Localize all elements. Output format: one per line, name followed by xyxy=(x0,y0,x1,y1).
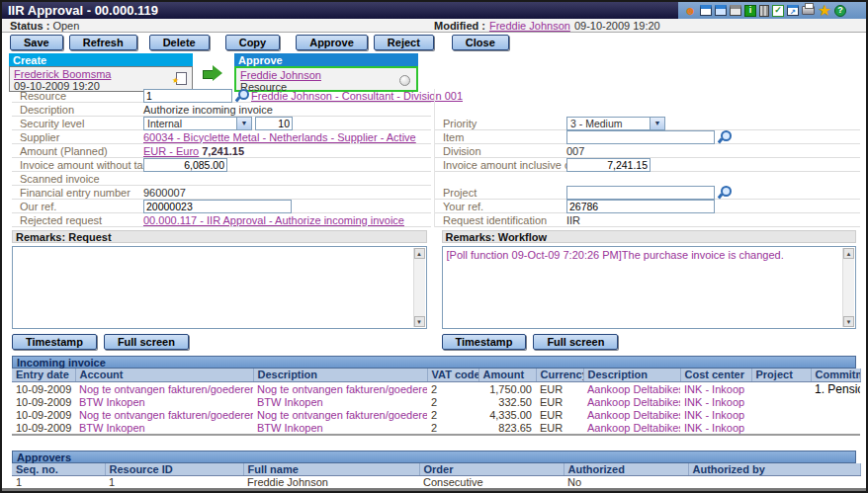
priority-selected: 3 - Medium xyxy=(567,118,650,129)
status-bar: Status : Open Modified : Freddie Johnson… xyxy=(2,19,866,33)
fullscreen-button[interactable]: Full screen xyxy=(104,334,189,350)
workflow-icon[interactable]: ✓ xyxy=(772,5,784,17)
table-link-cell[interactable]: BTW Inkopen xyxy=(75,396,253,409)
project-input[interactable] xyxy=(566,186,715,200)
status-label: Status : xyxy=(10,20,49,32)
column-header: Amount xyxy=(478,369,536,381)
approve-resource-link[interactable]: Freddie Johnson xyxy=(240,69,321,81)
documents-icon[interactable] xyxy=(700,5,712,16)
table-link-cell[interactable]: INK - Inkoop xyxy=(680,381,751,396)
table-link-cell[interactable]: INK - Inkoop xyxy=(680,396,751,409)
help-icon[interactable]: ? xyxy=(834,5,846,17)
our-ref-label: Our ref. xyxy=(12,201,143,212)
remarks-workflow-textarea[interactable]: [Poll function 09-Oct-09 7:20:26 PM]The … xyxy=(442,246,857,329)
popup-icon[interactable]: ↗ xyxy=(787,5,799,16)
resource-link[interactable]: Freddie Johnson - Consultant - Division … xyxy=(251,90,463,102)
table-cell: 2 xyxy=(427,422,478,435)
request-identification-value: IIR xyxy=(566,214,580,226)
table-link-cell[interactable]: INK - Inkoop xyxy=(680,422,751,435)
copy-button[interactable]: Copy xyxy=(225,35,281,50)
item-label: Item xyxy=(435,131,566,143)
create-resource-link[interactable]: Frederick Boomsma xyxy=(14,68,111,80)
table-row: 10-09-2009BTW InkopenBTW Inkopen2332.50E… xyxy=(12,396,860,409)
table-link-cell[interactable]: BTW Inkopen xyxy=(253,422,427,435)
modified-by-link[interactable]: Freddie Johnson xyxy=(489,20,570,32)
table-cell: 2 xyxy=(427,409,478,422)
table-cell: 2 xyxy=(427,381,478,396)
attachments-icon[interactable] xyxy=(715,5,727,16)
approve-radio[interactable] xyxy=(399,75,410,86)
table-link-cell[interactable]: BTW Inkopen xyxy=(75,422,253,435)
remarks-request-textarea[interactable]: ▲ ▼ xyxy=(12,246,427,329)
your-ref-input[interactable] xyxy=(566,200,715,213)
priority-select[interactable]: 3 - Medium ▼ xyxy=(566,117,665,130)
request-identification-label: Request identification xyxy=(435,214,566,226)
resource-card-icon[interactable]: ☻ xyxy=(683,4,697,17)
scroll-down-icon[interactable]: ▼ xyxy=(843,316,854,327)
table-cell xyxy=(811,396,860,409)
table-link-cell[interactable]: Nog te ontvangen fakturen/goederen xyxy=(253,409,427,422)
search-icon[interactable] xyxy=(718,130,731,143)
table-link-cell[interactable]: Aankoop Deltabikes xyxy=(583,409,680,422)
table-cell: No xyxy=(564,476,688,489)
invoice-amount-without-tax-input[interactable] xyxy=(143,158,227,172)
table-link-cell[interactable]: Aankoop Deltabikes xyxy=(583,396,680,409)
scrollbar[interactable]: ▲ ▼ xyxy=(842,248,854,327)
currency-link[interactable]: EUR - Euro xyxy=(143,145,199,157)
scroll-up-icon[interactable]: ▲ xyxy=(414,248,425,259)
priority-label: Priority xyxy=(435,118,566,129)
table-cell: 823.65 xyxy=(478,422,536,435)
division-label: Division xyxy=(435,145,566,157)
table-link-cell[interactable]: Nog te ontvangen fakturen/goederen xyxy=(75,409,253,422)
your-ref-label: Your ref. xyxy=(435,201,566,212)
approvers-section: Approvers Seq. no.Resource IDFull nameOr… xyxy=(12,451,856,493)
resource-input[interactable] xyxy=(143,89,232,103)
table-link-cell[interactable]: INK - Inkoop xyxy=(680,409,751,422)
incoming-invoice-table: Entry dateAccountDescriptionVAT codeAmou… xyxy=(12,369,861,436)
print-icon[interactable] xyxy=(802,6,815,15)
refresh-button[interactable]: Refresh xyxy=(69,35,137,50)
close-button[interactable]: Close xyxy=(452,35,509,50)
supplier-label: Supplier xyxy=(12,131,143,143)
rejected-request-link[interactable]: 00.000.117 - IIR Approval - Authorize in… xyxy=(143,214,404,226)
delete-button[interactable]: Delete xyxy=(149,35,210,50)
new-document-icon[interactable] xyxy=(176,72,187,85)
copy-icon[interactable] xyxy=(730,5,741,16)
delete-icon[interactable] xyxy=(759,5,769,17)
table-link-cell[interactable]: Nog te ontvangen fakturen/goederen xyxy=(75,381,253,396)
scroll-down-icon[interactable]: ▼ xyxy=(414,316,425,327)
item-input[interactable] xyxy=(566,130,715,144)
fullscreen-button[interactable]: Full screen xyxy=(533,334,618,350)
column-header: VAT code xyxy=(427,369,478,381)
our-ref-input[interactable] xyxy=(143,200,292,213)
reject-button[interactable]: Reject xyxy=(374,35,434,50)
table-link-cell[interactable]: Aankoop Deltabikes xyxy=(583,422,680,435)
info-icon[interactable]: i xyxy=(744,5,756,17)
table-cell: EUR xyxy=(536,422,583,435)
supplier-link[interactable]: 60034 - Bicyclette Metal - Netherlands -… xyxy=(143,131,416,143)
chevron-down-icon: ▼ xyxy=(236,118,251,129)
security-level-select[interactable]: Internal ▼ xyxy=(143,117,252,130)
table-cell xyxy=(811,409,860,422)
search-icon[interactable] xyxy=(718,186,731,199)
table-link-cell[interactable]: BTW Inkopen xyxy=(253,396,427,409)
table-row: 11Freddie JohnsonConsecutiveNo xyxy=(12,476,860,489)
search-icon[interactable] xyxy=(235,89,248,102)
form-right-column: Priority 3 - Medium ▼ Item Division 007 xyxy=(434,89,860,227)
column-header: Cost center xyxy=(680,369,751,381)
table-cell: 1,750.00 xyxy=(478,381,536,396)
security-level-value-input[interactable] xyxy=(255,117,293,130)
table-cell: EUR xyxy=(536,381,583,396)
save-button[interactable]: Save xyxy=(10,35,63,50)
approve-button[interactable]: Approve xyxy=(296,35,368,50)
timestamp-button[interactable]: Timestamp xyxy=(442,334,527,350)
scrollbar[interactable]: ▲ ▼ xyxy=(413,248,425,327)
table-link-cell[interactable]: Nog te ontvangen fakturen/goederen xyxy=(253,381,427,396)
table-link-cell[interactable]: Aankoop Deltabikes xyxy=(583,381,680,396)
timestamp-button[interactable]: Timestamp xyxy=(12,334,97,350)
scroll-up-icon[interactable]: ▲ xyxy=(843,248,854,259)
create-step-box: Create Frederick Boomsma 09-10-2009 19:2… xyxy=(9,53,193,92)
table-row: 10-09-2009Nog te ontvangen fakturen/goed… xyxy=(12,381,860,396)
favorites-icon[interactable]: ★ xyxy=(818,4,831,17)
invoice-amount-inclusive-of-tax-input[interactable] xyxy=(566,158,651,172)
